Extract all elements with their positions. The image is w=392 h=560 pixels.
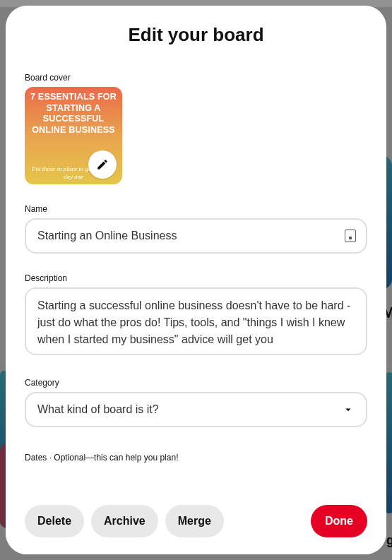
edit-cover-button[interactable]	[88, 150, 117, 179]
cover-label: Board cover	[25, 73, 367, 83]
pencil-icon	[96, 158, 109, 171]
cover-headline: 7 ESSENTIALS FOR STARTING A SUCCESSFUL O…	[29, 92, 118, 136]
category-select[interactable]: What kind of board is it?	[25, 392, 367, 427]
delete-button[interactable]: Delete	[25, 505, 84, 537]
name-input-wrap	[25, 218, 367, 254]
category-label: Category	[25, 378, 367, 388]
edit-board-modal: Edit your board Board cover 7 ESSENTIALS…	[6, 6, 386, 554]
name-label: Name	[25, 204, 367, 214]
name-input[interactable]	[25, 218, 367, 254]
board-cover-image[interactable]: 7 ESSENTIALS FOR STARTING A SUCCESSFUL O…	[25, 87, 122, 184]
category-select-wrap: What kind of board is it?	[25, 392, 367, 427]
modal-body: Board cover 7 ESSENTIALS FOR STARTING A …	[6, 53, 386, 492]
merge-button[interactable]: Merge	[165, 505, 224, 537]
saved-input-icon	[345, 230, 356, 242]
archive-button[interactable]: Archive	[91, 505, 158, 537]
description-label: Description	[25, 273, 367, 283]
done-button[interactable]: Done	[311, 505, 367, 537]
description-input[interactable]	[25, 287, 367, 355]
modal-footer: Delete Archive Merge Done	[6, 492, 386, 554]
modal-title: Edit your board	[6, 6, 386, 53]
dates-label: Dates · Optional—this can help you plan!	[25, 453, 367, 463]
